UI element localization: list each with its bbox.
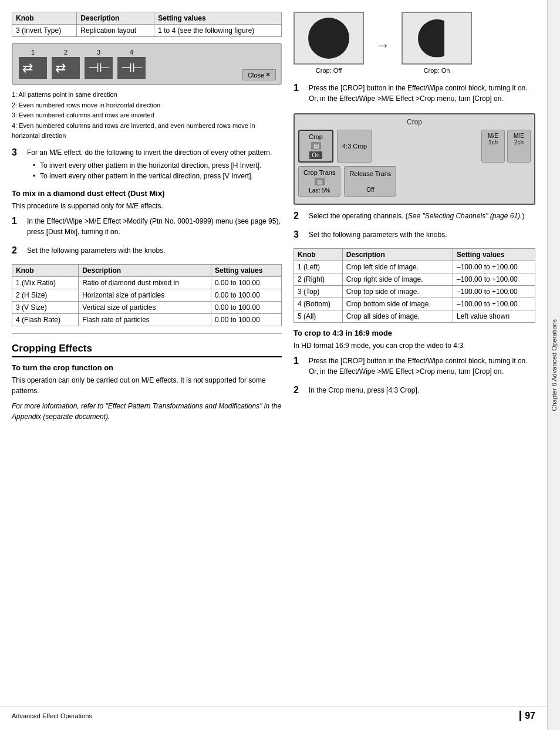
svg-text:⊣⊢: ⊣⊢ xyxy=(88,60,110,75)
dust-mix-intro: This procedure is supported only for M/E… xyxy=(12,201,282,211)
main-content: Knob Description Setting values 3 (Inver… xyxy=(0,0,547,730)
crop-on-box xyxy=(402,12,472,65)
bullet-1: To invert every other pattern in the hor… xyxy=(33,161,282,170)
crop-menu-row-1: Crop ▤ On 4:3 Crop M/E1ch M/E2ch xyxy=(298,130,531,163)
bullet-list: To invert every other pattern in the hor… xyxy=(33,161,282,180)
crop-off-container: Crop: Off xyxy=(294,12,364,74)
pattern-cell-1: 1 ⇄ xyxy=(19,49,47,79)
crop43-step-1: 1 Press the [CROP] button in the Effect/… xyxy=(294,356,535,380)
footer-left-text: Advanced Effect Operations xyxy=(12,712,92,719)
crop43-step2-text: In the Crop menu, press [4:3 Crop]. xyxy=(309,385,535,396)
crop-circle xyxy=(308,18,349,59)
crop-menu-row-2: Crop Trans ▤ Last 5% Release Trans Off xyxy=(298,166,531,197)
table-row: 2 (Right) Crop right side of image. –100… xyxy=(294,273,535,286)
italic-note: For more information, refer to "Effect P… xyxy=(12,401,282,422)
crop-arrow: → xyxy=(376,37,390,53)
page: Knob Description Setting values 3 (Inver… xyxy=(0,0,560,730)
page-number: 97 xyxy=(519,711,535,721)
step3-text: For an M/E effect, do the following to i… xyxy=(27,147,282,158)
cropping-effects-header: Cropping Effects xyxy=(12,343,282,357)
chapter-label: Chapter 6 Advanced Operations xyxy=(551,319,558,411)
release-trans-button[interactable]: Release Trans Off xyxy=(344,166,396,197)
table-row: 1 (Mix Ratio) Ratio of diamond dust mixe… xyxy=(12,276,282,289)
crop-off-box xyxy=(294,12,364,65)
pattern-cell-4: 4 ⊣⊢ xyxy=(117,49,146,79)
me1-button[interactable]: M/E1ch xyxy=(481,130,505,163)
turn-crop-intro: This operation can only be carried out o… xyxy=(12,375,282,396)
crop-trans-button[interactable]: Crop Trans ▤ Last 5% xyxy=(298,166,340,197)
col-knob: Knob xyxy=(12,12,77,25)
crop-images: Crop: Off → Crop: On xyxy=(294,12,535,74)
step-3: 3 For an M/E effect, do the following to… xyxy=(12,147,282,183)
note-1: 1: All patterns point in same direction xyxy=(12,90,282,100)
crop-menu-panel: Crop Crop ▤ On 4:3 Crop M/E1ch M/E2ch xyxy=(294,113,535,205)
crop-col-knob: Knob xyxy=(294,249,343,261)
off-label: Off xyxy=(366,187,374,193)
svg-text:⇄: ⇄ xyxy=(55,60,66,75)
table-row: 3 (V Size) Vertical size of particles 0.… xyxy=(12,301,282,313)
table-row: 1 (Left) Crop left side of image. –100.0… xyxy=(294,261,535,273)
crop-table: Knob Description Setting values 1 (Left)… xyxy=(294,248,535,323)
dust-step1-text: In the Effect/Wipe >M/E Effect >Modify (… xyxy=(27,216,282,237)
invert-type-table: Knob Description Setting values 3 (Inver… xyxy=(12,12,282,37)
side-tab: Chapter 6 Advanced Operations xyxy=(547,0,560,730)
note-4: 4: Even numbered columns and rows are in… xyxy=(12,121,282,141)
table-row: 4 (Bottom) Crop bottom side of image. –1… xyxy=(294,298,535,310)
crop-col-val: Setting values xyxy=(453,249,535,261)
table-row: 2 (H Size) Horizontal size of particles … xyxy=(12,289,282,301)
right-step2-text: Select the operating channels. (See "Sel… xyxy=(309,211,535,221)
pattern-icon-3: ⊣⊢ xyxy=(85,57,113,79)
table-row: 4 (Flash Rate) Flash rate of particles 0… xyxy=(12,313,282,326)
right-step-2: 2 Select the operating channels. (See "S… xyxy=(294,211,535,225)
crop-on-label: Crop: On xyxy=(424,67,450,74)
crop43-step1-text: Press the [CROP] button in the Effect/Wi… xyxy=(309,356,535,377)
note-3: 3: Even numbered columns and rows are in… xyxy=(12,110,282,121)
crop-on-container: Crop: On xyxy=(402,12,472,74)
dm-col-desc: Description xyxy=(79,264,211,276)
dust-step2-text: Set the following parameters with the kn… xyxy=(27,245,282,256)
col-setting: Setting values xyxy=(154,12,282,25)
dust-mix-header: To mix in a diamond dust effect (Dust Mi… xyxy=(12,189,282,198)
turn-crop-on-header: To turn the crop function on xyxy=(12,363,282,372)
crop-menu-title: Crop xyxy=(298,118,531,126)
crop-circle-cut xyxy=(418,19,456,58)
col-description: Description xyxy=(77,12,154,25)
right-step1-text: Press the [CROP] button in the Effect/Wi… xyxy=(309,83,535,104)
right-column: Crop: Off → Crop: On 1 Press the [CROP] … xyxy=(294,12,535,718)
crop-off-label: Crop: Off xyxy=(316,67,342,74)
close-button[interactable]: Close ✕ xyxy=(242,69,276,80)
cell-val: 1 to 4 (see the following figure) xyxy=(154,25,282,37)
dm-col-knob: Knob xyxy=(12,264,79,276)
table-row: 3 (Invert Type) Replication layout 1 to … xyxy=(12,25,282,37)
me2-button[interactable]: M/E2ch xyxy=(507,130,531,163)
crop-43-intro: In HD format 16:9 mode, you can crop the… xyxy=(294,340,535,351)
pattern-notes: 1: All patterns point in same direction … xyxy=(12,90,282,141)
on-label: On xyxy=(309,151,322,159)
page-footer: Advanced Effect Operations 97 xyxy=(0,707,547,721)
left-column: Knob Description Setting values 3 (Inver… xyxy=(12,12,282,718)
crop-43-button[interactable]: 4:3 Crop xyxy=(337,130,372,163)
pattern-icon-4: ⊣⊢ xyxy=(117,57,146,79)
svg-text:⊣⊢: ⊣⊢ xyxy=(121,60,143,75)
dm-col-val: Setting values xyxy=(211,264,282,276)
pattern-diagram: 1 ⇄ 2 ⇄ 3 xyxy=(12,43,282,85)
bullet-2: To invert every other pattern in the ver… xyxy=(33,172,282,180)
dust-step-2: 2 Set the following parameters with the … xyxy=(12,245,282,259)
table-row: 3 (Top) Crop top side of image. –100.00 … xyxy=(294,286,535,298)
note-2: 2: Even numbered rows move in horizontal… xyxy=(12,100,282,111)
pattern-cell-3: 3 ⊣⊢ xyxy=(85,49,113,79)
cell-knob: 3 (Invert Type) xyxy=(12,25,77,37)
crop-43-header: To crop to 4:3 in 16:9 mode xyxy=(294,329,535,337)
me-buttons: M/E1ch M/E2ch xyxy=(481,130,531,163)
pattern-cell-2: 2 ⇄ xyxy=(52,49,80,79)
crop-col-desc: Description xyxy=(342,249,453,261)
section-divider xyxy=(12,333,282,334)
pattern-icon-2: ⇄ xyxy=(52,57,80,79)
crop-button[interactable]: Crop ▤ On xyxy=(298,130,333,163)
svg-text:⇄: ⇄ xyxy=(22,60,33,75)
last5-label: Last 5% xyxy=(309,187,330,194)
pattern-icon-1: ⇄ xyxy=(19,57,47,79)
dust-mix-table: Knob Description Setting values 1 (Mix R… xyxy=(12,264,282,326)
right-step3-text: Set the following parameters with the kn… xyxy=(309,229,535,240)
right-step-1: 1 Press the [CROP] button in the Effect/… xyxy=(294,83,535,107)
